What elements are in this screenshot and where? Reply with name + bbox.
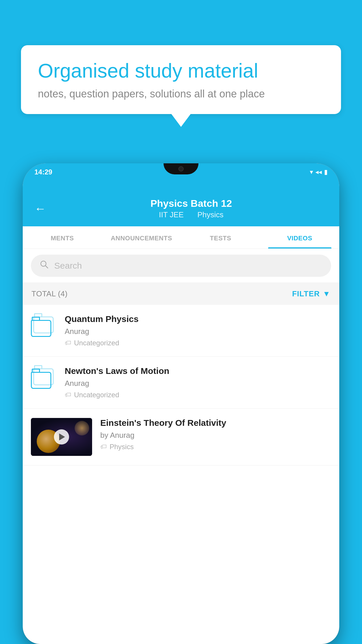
video-list: Quantum Physics Anurag 🏷 Uncategorized [23, 305, 339, 466]
bubble-subtitle: notes, question papers, solutions all at… [38, 88, 324, 100]
video-title-2: Newton's Laws of Motion [65, 366, 331, 376]
video-info-2: Newton's Laws of Motion Anurag 🏷 Uncateg… [65, 366, 331, 399]
search-bar-wrapper: Search [23, 249, 339, 283]
header-title-group: Physics Batch 12 IIT JEE Physics [55, 198, 328, 219]
video-item-newton[interactable]: Newton's Laws of Motion Anurag 🏷 Uncateg… [23, 357, 339, 409]
video-folder-icon-2 [31, 366, 57, 392]
signal-icon: ◂◂ [315, 168, 322, 176]
header-subtitle: IIT JEE Physics [55, 210, 328, 219]
header-title: Physics Batch 12 [55, 198, 328, 209]
video-tag-2: 🏷 Uncategorized [65, 391, 331, 399]
search-bar[interactable]: Search [31, 255, 331, 277]
battery-icon: ▮ [324, 168, 328, 176]
app-header: ← Physics Batch 12 IIT JEE Physics [23, 191, 339, 226]
video-author-3: by Anurag [100, 431, 331, 440]
tab-tests[interactable]: TESTS [181, 226, 260, 249]
notch [164, 163, 198, 174]
bubble-title: Organised study material [38, 59, 324, 82]
video-title-1: Quantum Physics [65, 314, 331, 324]
header-subtitle-part2: Physics [197, 210, 224, 219]
video-tag-text-1: Uncategorized [74, 339, 119, 347]
video-folder-icon-1 [31, 314, 57, 340]
thumb-glow [75, 421, 89, 435]
video-info-3: Einstein's Theory Of Relativity by Anura… [100, 418, 331, 451]
tab-bar: MENTS ANNOUNCEMENTS TESTS VIDEOS [23, 226, 339, 249]
back-button[interactable]: ← [34, 202, 46, 215]
tab-videos[interactable]: VIDEOS [260, 226, 340, 249]
video-item-einstein[interactable]: Einstein's Theory Of Relativity by Anura… [23, 409, 339, 466]
search-icon [40, 260, 49, 272]
status-time: 14:29 [34, 168, 52, 176]
tab-ments[interactable]: MENTS [23, 226, 102, 249]
status-bar: 14:29 ▾ ◂◂ ▮ [23, 163, 339, 191]
tag-icon-2: 🏷 [65, 391, 71, 399]
filter-bar: TOTAL (4) FILTER ▼ [23, 283, 339, 305]
header-subtitle-part1: IIT JEE [159, 210, 184, 219]
video-tag-text-2: Uncategorized [74, 391, 119, 399]
folder-main-1 [31, 320, 51, 337]
filter-label: FILTER [292, 289, 320, 298]
video-info-1: Quantum Physics Anurag 🏷 Uncategorized [65, 314, 331, 347]
status-icons: ▾ ◂◂ ▮ [310, 168, 328, 176]
play-icon [59, 433, 65, 440]
video-item-quantum[interactable]: Quantum Physics Anurag 🏷 Uncategorized [23, 305, 339, 357]
folder-main-2 [31, 372, 51, 389]
video-tag-3: 🏷 Physics [100, 443, 331, 451]
tag-icon-1: 🏷 [65, 339, 71, 347]
tag-icon-3: 🏷 [100, 443, 107, 451]
video-thumbnail-einstein [31, 418, 92, 456]
video-title-3: Einstein's Theory Of Relativity [100, 418, 331, 428]
video-tag-text-3: Physics [110, 443, 134, 451]
wifi-icon: ▾ [310, 168, 313, 176]
svg-line-1 [45, 266, 48, 268]
speech-bubble: Organised study material notes, question… [21, 45, 341, 114]
video-author-2: Anurag [65, 379, 331, 388]
search-placeholder: Search [54, 261, 82, 271]
camera-dot [178, 166, 184, 172]
total-count: TOTAL (4) [31, 289, 68, 298]
play-button[interactable] [54, 429, 69, 444]
video-tag-1: 🏷 Uncategorized [65, 339, 331, 347]
tab-announcements[interactable]: ANNOUNCEMENTS [102, 226, 181, 249]
filter-icon: ▼ [323, 289, 331, 298]
phone-frame: 14:29 ▾ ◂◂ ▮ ← Physics Batch 12 IIT JEE … [23, 163, 339, 644]
video-author-1: Anurag [65, 327, 331, 336]
filter-button[interactable]: FILTER ▼ [292, 289, 331, 298]
phone-screen: Search TOTAL (4) FILTER ▼ [23, 249, 339, 644]
